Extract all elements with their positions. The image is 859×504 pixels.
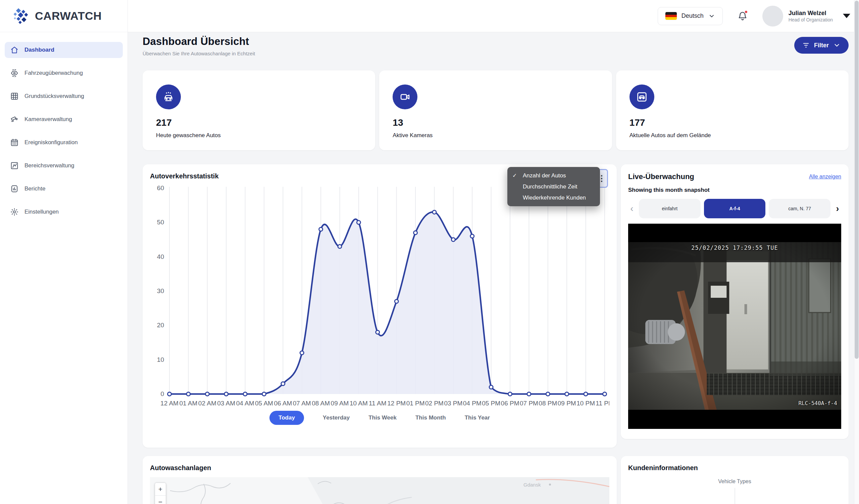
stat-card-heute-gewaschene-autos: 217Heute gewaschene Autos — [142, 70, 375, 150]
language-label: Deutsch — [681, 12, 704, 19]
y-axis-label: 0 — [161, 390, 164, 397]
tab-yesterday[interactable]: Yesterday — [323, 411, 350, 425]
car-wash-icon — [156, 84, 181, 109]
stat-value: 217 — [156, 117, 362, 128]
user-menu[interactable]: Julian Welzel Head of Organization — [762, 6, 850, 27]
user-name: Julian Welzel — [788, 10, 833, 17]
sidebar-item-kameraverwaltung[interactable]: Kameraverwaltung — [5, 111, 123, 127]
data-point — [281, 382, 285, 385]
data-point — [300, 351, 304, 355]
sidebar-item-dashboard[interactable]: Dashboard — [5, 42, 123, 58]
sidebar: CARWATCH DashboardFahrzeugüberwachungGru… — [0, 0, 128, 504]
sidebar-item-ereigniskonfiguration[interactable]: Ereigniskonfiguration — [5, 135, 123, 151]
camera-next-button[interactable]: › — [834, 204, 841, 213]
menu-item-anzahl-der-autos[interactable]: ✓Anzahl der Autos — [507, 170, 600, 181]
chevron-down-icon — [708, 13, 715, 19]
filter-button[interactable]: Filter — [794, 37, 848, 54]
tab-this-week[interactable]: This Week — [368, 411, 397, 425]
sidebar-item-label: Fahrzeugüberwachung — [25, 70, 83, 77]
chart-axis-line — [735, 488, 735, 504]
notifications-button[interactable] — [737, 10, 748, 22]
map-zoom-out-button[interactable]: − — [155, 495, 166, 504]
x-axis-label: 02 PM — [425, 400, 443, 407]
x-axis-label: 02 AM — [198, 400, 216, 407]
stats-row: 217Heute gewaschene Autos13Aktive Kamera… — [142, 70, 848, 150]
check-icon: ✓ — [512, 172, 517, 179]
stat-label: Heute gewaschene Autos — [156, 132, 362, 139]
x-axis-label: 03 PM — [444, 400, 462, 407]
german-flag-icon — [665, 12, 677, 20]
data-point — [338, 245, 342, 248]
tab-today[interactable]: Today — [269, 411, 304, 425]
sidebar-item-label: Ereigniskonfiguration — [25, 139, 78, 146]
data-point — [508, 392, 512, 396]
x-axis-label: 10 AM — [350, 400, 368, 407]
x-axis-label: 03 AM — [217, 400, 235, 407]
property-grid-icon — [10, 92, 19, 100]
y-axis-label: 60 — [157, 185, 164, 191]
camera-prev-button[interactable]: ‹ — [628, 204, 635, 213]
stat-value: 13 — [393, 117, 598, 128]
sidebar-item-einstellungen[interactable]: Einstellungen — [5, 204, 123, 220]
camera-chip-einfahrt[interactable]: einfahrt — [639, 199, 700, 218]
camera-selector: ‹ einfahrtA-f-4cam, N. 77 › — [628, 199, 841, 218]
sidebar-item-fahrzeug-berwachung[interactable]: Fahrzeugüberwachung — [5, 65, 123, 81]
data-point — [433, 210, 436, 214]
camera-chip-a-f-4[interactable]: A-f-4 — [704, 199, 766, 218]
vehicle-monitoring-icon — [10, 69, 19, 77]
stat-card-aktive-kameras: 13Aktive Kameras — [379, 70, 612, 150]
show-all-link[interactable]: Alle anzeigen — [809, 174, 841, 180]
camera-timestamp: 25/02/2025 17:29:55 TUE — [628, 245, 841, 251]
data-point — [603, 392, 607, 396]
y-axis-label: 40 — [157, 253, 164, 260]
data-point — [527, 392, 531, 396]
sidebar-item-label: Grundstücksverwaltung — [25, 93, 84, 99]
diamond-cluster — [13, 8, 28, 24]
camera-chip-cam-n-77[interactable]: cam, N. 77 — [769, 199, 830, 218]
car-on-site-icon — [630, 84, 654, 109]
app-root: CARWATCH DashboardFahrzeugüberwachungGru… — [0, 0, 859, 504]
locations-map[interactable]: Gdansk + − — [150, 477, 609, 504]
middle-row: Autoverkehrsstatistik ⋮ ✓Anzahl der Auto… — [142, 164, 848, 448]
x-axis-label: 06 AM — [274, 400, 292, 407]
menu-item-wiederkehrende-kunden[interactable]: Wiederkehrende Kunden — [507, 192, 600, 203]
scrollbar-thumb[interactable] — [855, 1, 859, 359]
main-area: Deutsch Julian Welzel Head of Organizati… — [128, 0, 859, 504]
time-range-tabs: TodayYesterdayThis WeekThis MonthThis Ye… — [150, 411, 609, 425]
reports-icon — [10, 185, 19, 193]
stat-label: Aktuelle Autos auf dem Gelände — [630, 132, 835, 139]
camera-id-label: RLC-540A-f-4 — [798, 400, 837, 406]
user-role: Head of Organization — [788, 17, 833, 22]
x-axis-label: 06 PM — [501, 400, 519, 407]
page-subtitle: Überwachen Sie Ihre Autowaschanlage in E… — [142, 51, 255, 56]
camera-chips: einfahrtA-f-4cam, N. 77 — [639, 199, 830, 218]
filter-icon — [802, 42, 810, 49]
brand-logo[interactable]: CARWATCH — [0, 0, 127, 32]
y-axis-label: 20 — [157, 321, 164, 329]
x-axis-label: 05 PM — [482, 400, 500, 407]
sidebar-item-label: Kameraverwaltung — [25, 116, 72, 123]
menu-item-durchschnittliche-zeit[interactable]: Durchschnittliche Zeit — [507, 181, 600, 192]
sidebar-item-bereichsverwaltung[interactable]: Bereichsverwaltung — [5, 158, 123, 174]
data-point — [395, 299, 398, 303]
x-axis-label: 09 PM — [558, 400, 576, 407]
chevron-down-icon — [833, 42, 841, 49]
data-point — [414, 231, 418, 235]
map-zoom-in-button[interactable]: + — [155, 483, 166, 495]
sidebar-item-grundst-cksverwaltung[interactable]: Grundstücksverwaltung — [5, 88, 123, 104]
live-monitoring-title: Live-Überwachung — [628, 172, 694, 181]
brand-logo-icon — [13, 7, 30, 25]
sidebar-item-berichte[interactable]: Berichte — [5, 181, 123, 197]
x-axis-label: 11 AM — [369, 400, 386, 407]
x-axis-label: 09 AM — [331, 400, 349, 407]
language-selector[interactable]: Deutsch — [658, 7, 723, 25]
tab-this-year[interactable]: This Year — [465, 411, 490, 425]
x-axis-label: 10 PM — [576, 400, 595, 407]
wash-locations-card: Autowaschanlagen — [142, 456, 617, 504]
x-axis-label: 07 PM — [520, 400, 538, 407]
traffic-line-chart: 010203040506012 AM01 AM02 AM03 AM04 AM05… — [150, 183, 609, 409]
data-point — [205, 392, 209, 396]
area-fill — [169, 212, 605, 394]
tab-this-month[interactable]: This Month — [416, 411, 446, 425]
data-point — [243, 392, 247, 396]
